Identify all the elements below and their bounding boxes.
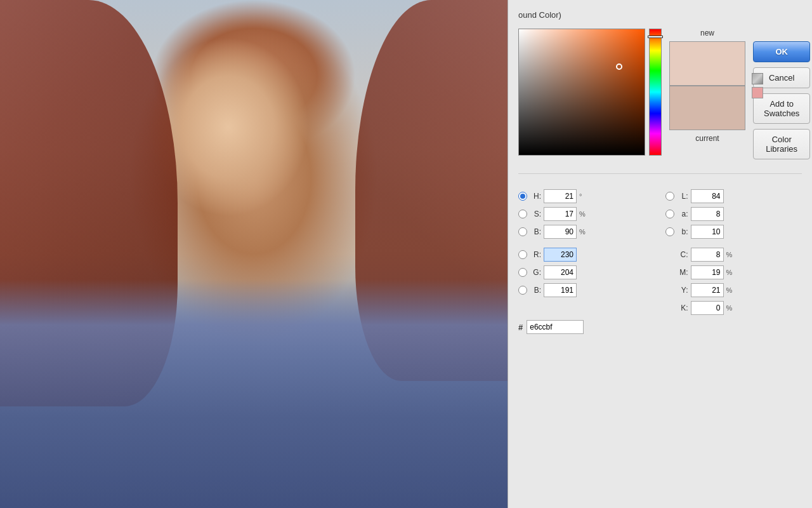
- l-label: L:: [677, 192, 688, 201]
- hex-input[interactable]: [527, 320, 584, 334]
- g-field-row: G:: [518, 265, 655, 279]
- k-label: K:: [677, 304, 688, 312]
- color-spectrum-area: [518, 29, 662, 156]
- b-lab-field-row: b:: [665, 225, 802, 239]
- m-field-row: M: %: [665, 265, 802, 279]
- a-label: a:: [677, 210, 688, 218]
- current-color-label: current: [695, 134, 719, 143]
- g-radio[interactable]: [518, 268, 527, 277]
- b-rgb-field-row: B:: [518, 283, 655, 297]
- dialog-top-area: new current OK Cancel Add to Swatches Co…: [518, 29, 802, 163]
- l-radio[interactable]: [665, 192, 674, 201]
- l-field-row: L:: [665, 189, 802, 203]
- h-unit: °: [579, 192, 588, 200]
- r-label: R:: [530, 250, 541, 259]
- y-field-row: Y: %: [665, 283, 802, 297]
- s-unit: %: [579, 210, 588, 218]
- b-label: B:: [530, 227, 541, 236]
- h-radio[interactable]: [518, 192, 527, 201]
- color-spectrum[interactable]: [518, 29, 645, 156]
- current-color-swatch: [669, 86, 745, 130]
- y-unit: %: [726, 286, 735, 294]
- a-radio[interactable]: [665, 210, 674, 218]
- color-swatch-container: [669, 41, 745, 130]
- right-fields: L: a: b:: [665, 189, 802, 315]
- dialog-title: ound Color): [518, 8, 802, 22]
- h-input[interactable]: [544, 189, 577, 203]
- b-rgb-label: B:: [530, 286, 541, 295]
- r-field-row: R:: [518, 248, 655, 262]
- c-label: C:: [677, 250, 688, 259]
- a-field-row: a:: [665, 207, 802, 221]
- m-label: M:: [677, 268, 688, 277]
- ok-button[interactable]: OK: [753, 41, 810, 62]
- color-picker-dialog: ound Color) new current: [508, 0, 812, 508]
- b-unit: %: [579, 228, 588, 236]
- spectrum-crosshair: [616, 64, 622, 70]
- g-label: G:: [530, 268, 541, 277]
- b-rgb-input[interactable]: [544, 283, 577, 297]
- r-radio[interactable]: [518, 250, 527, 259]
- s-radio[interactable]: [518, 210, 527, 218]
- k-field-row: K: %: [665, 301, 802, 315]
- a-input[interactable]: [691, 207, 724, 221]
- hue-indicator: [648, 36, 663, 38]
- color-libraries-button[interactable]: Color Libraries: [753, 129, 810, 159]
- background-photo: [0, 0, 508, 508]
- out-of-gamut-icon: [752, 73, 763, 84]
- h-label: H:: [530, 192, 541, 201]
- new-color-label: new: [700, 29, 714, 37]
- y-input[interactable]: [691, 283, 724, 297]
- r-input[interactable]: [544, 248, 577, 262]
- k-unit: %: [726, 304, 735, 312]
- left-fields: H: ° S: % B: %: [518, 189, 655, 315]
- c-field-row: C: %: [665, 248, 802, 262]
- b-lab-label: b:: [677, 227, 688, 236]
- g-input[interactable]: [544, 265, 577, 279]
- h-field-row: H: °: [518, 189, 655, 203]
- color-fields: H: ° S: % B: %: [518, 179, 802, 339]
- s-field-row: S: %: [518, 207, 655, 221]
- fields-section: H: ° S: % B: %: [518, 189, 802, 315]
- m-input[interactable]: [691, 265, 724, 279]
- web-color-icon: [752, 87, 763, 98]
- k-input[interactable]: [691, 301, 724, 315]
- hue-slider[interactable]: [649, 29, 662, 156]
- l-input[interactable]: [691, 189, 724, 203]
- divider: [518, 173, 802, 174]
- b-field-row: B: %: [518, 225, 655, 239]
- b-rgb-radio[interactable]: [518, 286, 527, 295]
- swatch-icons: [752, 73, 763, 98]
- c-unit: %: [726, 251, 735, 258]
- hex-hash: #: [518, 323, 523, 332]
- m-unit: %: [726, 269, 735, 276]
- hex-row: #: [518, 320, 802, 334]
- color-preview-area: new current: [669, 29, 745, 143]
- b-lab-radio[interactable]: [665, 227, 674, 236]
- s-input[interactable]: [544, 207, 577, 221]
- b-input[interactable]: [544, 225, 577, 239]
- b-lab-input[interactable]: [691, 225, 724, 239]
- b-radio[interactable]: [518, 227, 527, 236]
- new-color-swatch: [669, 41, 745, 86]
- s-label: S:: [530, 210, 541, 218]
- y-label: Y:: [677, 286, 688, 295]
- c-input[interactable]: [691, 248, 724, 262]
